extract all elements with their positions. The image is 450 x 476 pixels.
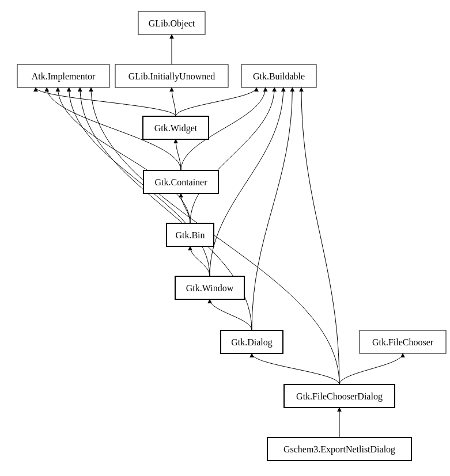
node-gtk_filechooserdialog: Gtk.FileChooserDialog	[284, 384, 395, 408]
edge-gtk_filechooserdialog-to-atk_implementor	[91, 87, 339, 384]
class-hierarchy-diagram: GLib.ObjectAtk.ImplementorGLib.Initially…	[0, 0, 450, 476]
edge-gtk_filechooserdialog-to-gtk_filechooser	[339, 353, 403, 384]
edge-gtk_filechooserdialog-to-gtk_buildable	[301, 87, 339, 384]
node-label: Gtk.Dialog	[231, 337, 273, 348]
node-gtk_window: Gtk.Window	[175, 276, 244, 299]
node-label: GLib.InitiallyUnowned	[128, 71, 215, 82]
node-gschem3_exportnetlistdialog: Gschem3.ExportNetlistDialog	[267, 437, 411, 460]
edge-gtk_bin-to-gtk_buildable	[190, 87, 274, 223]
edge-gtk_widget-to-gtk_buildable	[176, 87, 256, 116]
node-label: Atk.Implementor	[32, 71, 96, 82]
node-atk_implementor: Atk.Implementor	[17, 64, 109, 87]
node-gtk_filechooser: Gtk.FileChooser	[360, 330, 446, 353]
node-gtk_bin: Gtk.Bin	[167, 223, 214, 246]
node-label: Gtk.Buildable	[253, 71, 305, 81]
node-gtk_buildable: Gtk.Buildable	[241, 64, 316, 87]
edge-gtk_widget-to-atk_implementor	[36, 87, 176, 116]
node-glib_initiallyunowned: GLib.InitiallyUnowned	[115, 64, 228, 87]
node-label: Gschem3.ExportNetlistDialog	[283, 444, 395, 455]
node-label: Gtk.Widget	[154, 123, 198, 134]
node-label: Gtk.Container	[154, 177, 207, 187]
edge-gtk_dialog-to-gtk_window	[210, 299, 252, 330]
node-label: Gtk.FileChooser	[372, 337, 434, 347]
node-label: Gtk.Window	[186, 283, 234, 293]
node-label: GLib.Object	[149, 18, 195, 29]
node-label: Gtk.Bin	[175, 230, 205, 240]
node-gtk_dialog: Gtk.Dialog	[221, 330, 283, 353]
node-label: Gtk.FileChooserDialog	[296, 391, 383, 402]
edge-gtk_widget-to-glib_initiallyunowned	[172, 87, 176, 116]
edge-gtk_window-to-gtk_buildable	[210, 87, 283, 276]
edge-gtk_dialog-to-gtk_buildable	[252, 87, 292, 330]
edge-gtk_bin-to-gtk_container	[181, 193, 190, 223]
node-gtk_container: Gtk.Container	[143, 170, 218, 193]
edge-gtk_window-to-gtk_bin	[190, 246, 210, 276]
node-glib_object: GLib.Object	[138, 12, 205, 35]
node-gtk_widget: Gtk.Widget	[143, 116, 209, 139]
edge-gtk_filechooserdialog-to-gtk_dialog	[252, 353, 339, 384]
